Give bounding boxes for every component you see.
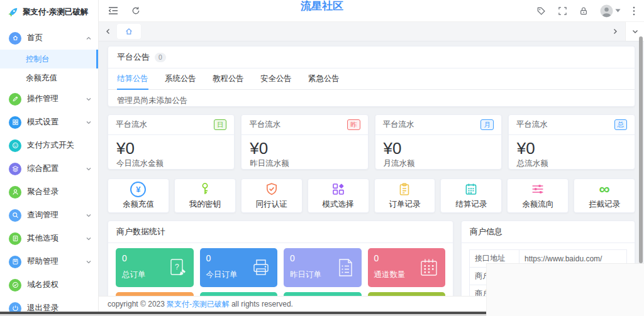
caret-down-icon xyxy=(615,9,621,13)
total-badge: 总 xyxy=(614,119,628,130)
check-circle-icon xyxy=(9,279,21,291)
refresh-icon[interactable] xyxy=(131,6,140,15)
yesterday-badge: 昨 xyxy=(347,119,360,130)
footer-brand-link[interactable]: 聚支付-亲测已破解 xyxy=(167,299,230,310)
yen-circle-icon: ¥ xyxy=(130,182,146,197)
sidebar-item-general-config[interactable]: 综合配置 xyxy=(0,157,98,180)
chevron-down-icon xyxy=(86,96,92,102)
month-badge: 月 xyxy=(480,119,494,130)
user-menu[interactable] xyxy=(600,4,621,18)
sidebar-item-operation-mgmt[interactable]: 操作管理 xyxy=(0,87,98,111)
smiley-icon xyxy=(9,139,21,152)
sidebar-item-other-options[interactable]: 其他选项 xyxy=(0,227,98,250)
sidebar: 聚支付-亲测已破解 首页 控制台 余额充值 操作管理 xyxy=(0,0,99,316)
tile-channel-count[interactable]: 0 通道数量 xyxy=(368,248,446,287)
calendar-icon xyxy=(464,182,478,197)
flow-value: ¥0 xyxy=(517,139,635,157)
chevron-up-icon xyxy=(86,35,92,41)
shortcut-order-records[interactable]: 订单记录 xyxy=(374,178,436,213)
tab-tutorial-notice[interactable]: 教程公告 xyxy=(213,68,244,90)
flow-value: ¥0 xyxy=(384,139,501,157)
shortcut-peer-auth[interactable]: 同行认证 xyxy=(241,178,303,213)
chevron-down-icon xyxy=(86,259,92,265)
tab-bar xyxy=(99,22,644,41)
sidebar-item-domain-auth[interactable]: 域名授权 xyxy=(0,273,98,297)
menu-fold-icon[interactable] xyxy=(108,6,118,15)
document-icon xyxy=(9,232,21,245)
day-badge: 日 xyxy=(214,119,227,130)
flow-label: 昨日流水额 xyxy=(250,158,367,169)
tabs-scroll-right-icon[interactable] xyxy=(611,28,619,35)
edit-icon xyxy=(9,93,21,106)
announcement-title: 平台公告 xyxy=(117,52,150,63)
sidebar-item-help-mgmt[interactable]: 帮助管理 xyxy=(0,250,98,273)
flow-label: 月流水额 xyxy=(384,158,501,169)
top-header xyxy=(99,0,644,22)
tag-icon[interactable] xyxy=(536,6,546,16)
flow-label: 今日流水金额 xyxy=(116,158,234,169)
sliders-icon xyxy=(531,182,545,197)
tab-system-notice[interactable]: 系统公告 xyxy=(165,68,196,90)
page-title: 流星社区 xyxy=(301,0,343,13)
flow-card-today: 平台流水日 ¥0 今日流水金额 xyxy=(108,114,235,170)
flow-label: 总流水额 xyxy=(517,158,635,169)
shortcut-my-key[interactable]: 我的密钥 xyxy=(174,178,236,213)
user-icon xyxy=(9,186,21,199)
help-icon xyxy=(9,256,21,268)
clipboard-icon xyxy=(397,182,411,197)
sidebar-menu: 首页 控制台 余额充值 操作管理 模式设置 xyxy=(0,26,98,316)
chevron-down-icon xyxy=(86,236,92,242)
flow-stats-row: 平台流水日 ¥0 今日流水金额 平台流水昨 ¥0 昨日流水额 平台流水月 ¥0 … xyxy=(108,114,635,170)
tab-settlement-notice[interactable]: 结算公告 xyxy=(117,68,148,90)
sidebar-item-console[interactable]: 控制台 xyxy=(0,50,98,68)
brand-logo[interactable]: 聚支付-亲测已破解 xyxy=(0,0,98,24)
chevron-down-icon xyxy=(86,119,92,126)
calendar-grid-icon xyxy=(418,257,440,278)
shortcut-mode-select[interactable]: 模式选择 xyxy=(308,178,369,213)
infinity-icon: ∞ xyxy=(599,182,610,197)
merchant-info-title: 商户信息 xyxy=(462,221,635,243)
layers-icon xyxy=(9,163,21,175)
tile-total-orders[interactable]: 0 总订单 ? xyxy=(116,248,194,287)
shield-check-icon xyxy=(265,182,279,197)
avatar xyxy=(600,4,613,18)
key-icon xyxy=(198,182,212,197)
flow-card-yesterday: 平台流水昨 ¥0 昨日流水额 xyxy=(241,114,368,170)
fullscreen-icon[interactable] xyxy=(558,6,567,16)
tab-home[interactable] xyxy=(117,24,141,39)
chevron-down-icon xyxy=(86,212,92,219)
app-window: 聚支付-亲测已破解 首页 控制台 余额充值 操作管理 xyxy=(0,0,644,316)
merchant-stats-title: 商户数据统计 xyxy=(108,221,453,243)
sidebar-item-mode-settings[interactable]: 模式设置 xyxy=(0,111,98,134)
shortcut-intercept-records[interactable]: ∞ 拦截记录 xyxy=(574,178,635,213)
sidebar-item-aggregate-login[interactable]: 聚合登录 xyxy=(0,180,98,204)
shortcuts-row: ¥ 余额充值 我的密钥 同行认证 模式选择 xyxy=(108,178,635,213)
edit-doc-icon: ? xyxy=(167,257,188,278)
more-kebab-icon[interactable] xyxy=(633,6,635,16)
home-icon xyxy=(9,32,21,45)
sidebar-item-payment-switch[interactable]: 支付方式开关 xyxy=(0,134,98,157)
flow-value: ¥0 xyxy=(250,139,367,157)
flow-value: ¥0 xyxy=(116,139,234,157)
svg-text:?: ? xyxy=(175,263,179,271)
mode-grid-icon xyxy=(331,182,345,197)
search-icon xyxy=(9,209,21,222)
shortcut-balance-flow[interactable]: 余额流向 xyxy=(507,178,569,213)
tabs-scroll-left-icon[interactable] xyxy=(104,28,112,35)
lock-icon[interactable] xyxy=(579,6,588,16)
announcement-tabs: 结算公告 系统公告 教程公告 安全公告 紧急公告 xyxy=(108,68,635,90)
tab-security-notice[interactable]: 安全公告 xyxy=(260,68,292,90)
sidebar-item-query-mgmt[interactable]: 查询管理 xyxy=(0,204,98,227)
tile-yesterday-orders[interactable]: 0 昨日订单 xyxy=(284,248,362,287)
merchant-stats-tiles: 0 总订单 ? 0 今日订单 0 xyxy=(108,243,453,287)
scrollbar-thumb[interactable] xyxy=(639,36,643,263)
sidebar-item-balance-recharge[interactable]: 余额充值 xyxy=(0,68,98,87)
announcement-panel: 平台公告 0 结算公告 系统公告 教程公告 安全公告 紧急公告 管理员尚未添加公… xyxy=(108,46,635,107)
footer-text: all rights reserved. xyxy=(231,300,293,308)
shortcut-balance-recharge[interactable]: ¥ 余额充值 xyxy=(108,178,169,213)
footer-text: copyright © 2023 xyxy=(108,300,165,308)
sidebar-item-home[interactable]: 首页 xyxy=(0,26,98,50)
shortcut-settlement-records[interactable]: 结算记录 xyxy=(440,178,502,213)
tile-today-orders[interactable]: 0 今日订单 xyxy=(200,248,278,287)
tab-urgent-notice[interactable]: 紧急公告 xyxy=(308,68,340,90)
